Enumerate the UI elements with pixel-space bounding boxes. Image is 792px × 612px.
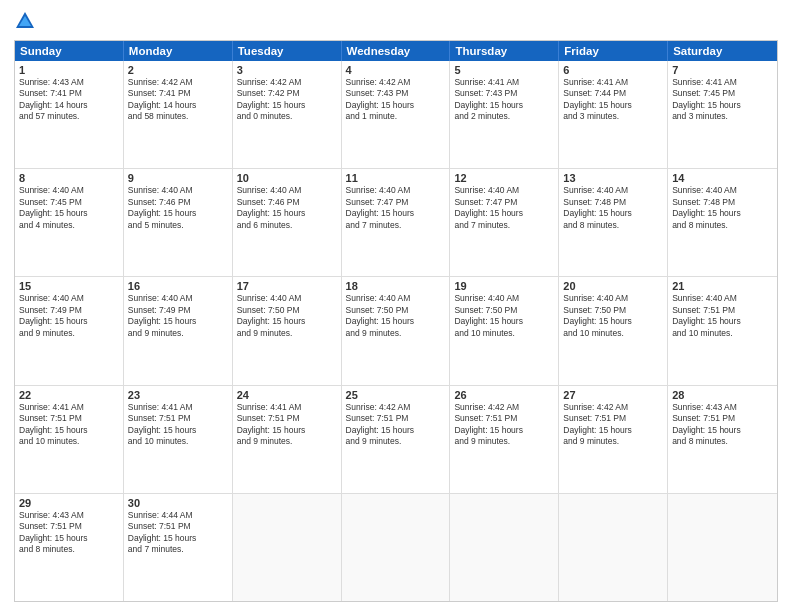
day-info: Sunrise: 4:40 AM Sunset: 7:47 PM Dayligh… xyxy=(454,185,554,231)
day-number: 2 xyxy=(128,64,228,76)
calendar-row-5: 29Sunrise: 4:43 AM Sunset: 7:51 PM Dayli… xyxy=(15,493,777,601)
calendar-cell: 8Sunrise: 4:40 AM Sunset: 7:45 PM Daylig… xyxy=(15,169,124,276)
calendar-cell xyxy=(450,494,559,601)
day-info: Sunrise: 4:40 AM Sunset: 7:49 PM Dayligh… xyxy=(19,293,119,339)
day-info: Sunrise: 4:43 AM Sunset: 7:51 PM Dayligh… xyxy=(19,510,119,556)
calendar-cell: 6Sunrise: 4:41 AM Sunset: 7:44 PM Daylig… xyxy=(559,61,668,168)
day-info: Sunrise: 4:40 AM Sunset: 7:50 PM Dayligh… xyxy=(237,293,337,339)
day-info: Sunrise: 4:41 AM Sunset: 7:51 PM Dayligh… xyxy=(19,402,119,448)
day-info: Sunrise: 4:40 AM Sunset: 7:46 PM Dayligh… xyxy=(237,185,337,231)
col-wednesday: Wednesday xyxy=(342,41,451,61)
day-number: 25 xyxy=(346,389,446,401)
day-number: 22 xyxy=(19,389,119,401)
calendar-cell xyxy=(342,494,451,601)
day-number: 16 xyxy=(128,280,228,292)
calendar-cell: 2Sunrise: 4:42 AM Sunset: 7:41 PM Daylig… xyxy=(124,61,233,168)
calendar-cell: 29Sunrise: 4:43 AM Sunset: 7:51 PM Dayli… xyxy=(15,494,124,601)
calendar-cell: 24Sunrise: 4:41 AM Sunset: 7:51 PM Dayli… xyxy=(233,386,342,493)
day-info: Sunrise: 4:43 AM Sunset: 7:41 PM Dayligh… xyxy=(19,77,119,123)
day-info: Sunrise: 4:40 AM Sunset: 7:50 PM Dayligh… xyxy=(346,293,446,339)
calendar-cell: 12Sunrise: 4:40 AM Sunset: 7:47 PM Dayli… xyxy=(450,169,559,276)
day-number: 14 xyxy=(672,172,773,184)
day-info: Sunrise: 4:40 AM Sunset: 7:45 PM Dayligh… xyxy=(19,185,119,231)
calendar-body: 1Sunrise: 4:43 AM Sunset: 7:41 PM Daylig… xyxy=(15,61,777,601)
day-info: Sunrise: 4:42 AM Sunset: 7:51 PM Dayligh… xyxy=(346,402,446,448)
day-info: Sunrise: 4:42 AM Sunset: 7:42 PM Dayligh… xyxy=(237,77,337,123)
day-number: 15 xyxy=(19,280,119,292)
day-number: 18 xyxy=(346,280,446,292)
day-info: Sunrise: 4:41 AM Sunset: 7:44 PM Dayligh… xyxy=(563,77,663,123)
col-monday: Monday xyxy=(124,41,233,61)
day-info: Sunrise: 4:42 AM Sunset: 7:41 PM Dayligh… xyxy=(128,77,228,123)
col-friday: Friday xyxy=(559,41,668,61)
day-number: 23 xyxy=(128,389,228,401)
day-number: 29 xyxy=(19,497,119,509)
calendar-cell: 18Sunrise: 4:40 AM Sunset: 7:50 PM Dayli… xyxy=(342,277,451,384)
calendar-header: Sunday Monday Tuesday Wednesday Thursday… xyxy=(15,41,777,61)
calendar-cell: 23Sunrise: 4:41 AM Sunset: 7:51 PM Dayli… xyxy=(124,386,233,493)
day-number: 30 xyxy=(128,497,228,509)
day-number: 3 xyxy=(237,64,337,76)
calendar-row-2: 8Sunrise: 4:40 AM Sunset: 7:45 PM Daylig… xyxy=(15,168,777,276)
calendar-cell xyxy=(668,494,777,601)
day-info: Sunrise: 4:40 AM Sunset: 7:48 PM Dayligh… xyxy=(672,185,773,231)
day-info: Sunrise: 4:40 AM Sunset: 7:48 PM Dayligh… xyxy=(563,185,663,231)
col-sunday: Sunday xyxy=(15,41,124,61)
day-number: 5 xyxy=(454,64,554,76)
calendar-cell: 13Sunrise: 4:40 AM Sunset: 7:48 PM Dayli… xyxy=(559,169,668,276)
calendar-cell: 21Sunrise: 4:40 AM Sunset: 7:51 PM Dayli… xyxy=(668,277,777,384)
calendar-cell: 5Sunrise: 4:41 AM Sunset: 7:43 PM Daylig… xyxy=(450,61,559,168)
calendar-row-1: 1Sunrise: 4:43 AM Sunset: 7:41 PM Daylig… xyxy=(15,61,777,168)
calendar-cell: 4Sunrise: 4:42 AM Sunset: 7:43 PM Daylig… xyxy=(342,61,451,168)
day-number: 9 xyxy=(128,172,228,184)
day-info: Sunrise: 4:42 AM Sunset: 7:51 PM Dayligh… xyxy=(563,402,663,448)
day-info: Sunrise: 4:40 AM Sunset: 7:46 PM Dayligh… xyxy=(128,185,228,231)
calendar-cell: 30Sunrise: 4:44 AM Sunset: 7:51 PM Dayli… xyxy=(124,494,233,601)
day-info: Sunrise: 4:40 AM Sunset: 7:47 PM Dayligh… xyxy=(346,185,446,231)
calendar-cell: 20Sunrise: 4:40 AM Sunset: 7:50 PM Dayli… xyxy=(559,277,668,384)
calendar-cell: 19Sunrise: 4:40 AM Sunset: 7:50 PM Dayli… xyxy=(450,277,559,384)
page: Sunday Monday Tuesday Wednesday Thursday… xyxy=(0,0,792,612)
day-info: Sunrise: 4:40 AM Sunset: 7:50 PM Dayligh… xyxy=(563,293,663,339)
day-info: Sunrise: 4:41 AM Sunset: 7:51 PM Dayligh… xyxy=(128,402,228,448)
col-saturday: Saturday xyxy=(668,41,777,61)
calendar-cell: 9Sunrise: 4:40 AM Sunset: 7:46 PM Daylig… xyxy=(124,169,233,276)
day-number: 4 xyxy=(346,64,446,76)
day-info: Sunrise: 4:42 AM Sunset: 7:43 PM Dayligh… xyxy=(346,77,446,123)
day-number: 11 xyxy=(346,172,446,184)
day-number: 7 xyxy=(672,64,773,76)
header xyxy=(14,10,778,32)
day-number: 21 xyxy=(672,280,773,292)
day-number: 10 xyxy=(237,172,337,184)
day-info: Sunrise: 4:40 AM Sunset: 7:51 PM Dayligh… xyxy=(672,293,773,339)
day-number: 17 xyxy=(237,280,337,292)
calendar-cell: 28Sunrise: 4:43 AM Sunset: 7:51 PM Dayli… xyxy=(668,386,777,493)
calendar-cell: 10Sunrise: 4:40 AM Sunset: 7:46 PM Dayli… xyxy=(233,169,342,276)
day-number: 12 xyxy=(454,172,554,184)
calendar-cell: 7Sunrise: 4:41 AM Sunset: 7:45 PM Daylig… xyxy=(668,61,777,168)
day-info: Sunrise: 4:40 AM Sunset: 7:49 PM Dayligh… xyxy=(128,293,228,339)
day-number: 20 xyxy=(563,280,663,292)
day-info: Sunrise: 4:41 AM Sunset: 7:45 PM Dayligh… xyxy=(672,77,773,123)
day-info: Sunrise: 4:43 AM Sunset: 7:51 PM Dayligh… xyxy=(672,402,773,448)
day-info: Sunrise: 4:42 AM Sunset: 7:51 PM Dayligh… xyxy=(454,402,554,448)
day-number: 27 xyxy=(563,389,663,401)
calendar-cell: 25Sunrise: 4:42 AM Sunset: 7:51 PM Dayli… xyxy=(342,386,451,493)
calendar-cell: 11Sunrise: 4:40 AM Sunset: 7:47 PM Dayli… xyxy=(342,169,451,276)
day-number: 28 xyxy=(672,389,773,401)
calendar-cell xyxy=(233,494,342,601)
calendar-cell: 27Sunrise: 4:42 AM Sunset: 7:51 PM Dayli… xyxy=(559,386,668,493)
calendar-cell xyxy=(559,494,668,601)
calendar-row-3: 15Sunrise: 4:40 AM Sunset: 7:49 PM Dayli… xyxy=(15,276,777,384)
day-info: Sunrise: 4:41 AM Sunset: 7:51 PM Dayligh… xyxy=(237,402,337,448)
calendar-row-4: 22Sunrise: 4:41 AM Sunset: 7:51 PM Dayli… xyxy=(15,385,777,493)
day-number: 13 xyxy=(563,172,663,184)
col-tuesday: Tuesday xyxy=(233,41,342,61)
day-info: Sunrise: 4:44 AM Sunset: 7:51 PM Dayligh… xyxy=(128,510,228,556)
calendar-cell: 17Sunrise: 4:40 AM Sunset: 7:50 PM Dayli… xyxy=(233,277,342,384)
day-number: 19 xyxy=(454,280,554,292)
calendar-cell: 26Sunrise: 4:42 AM Sunset: 7:51 PM Dayli… xyxy=(450,386,559,493)
logo-icon xyxy=(14,10,36,32)
calendar-cell: 16Sunrise: 4:40 AM Sunset: 7:49 PM Dayli… xyxy=(124,277,233,384)
day-number: 24 xyxy=(237,389,337,401)
